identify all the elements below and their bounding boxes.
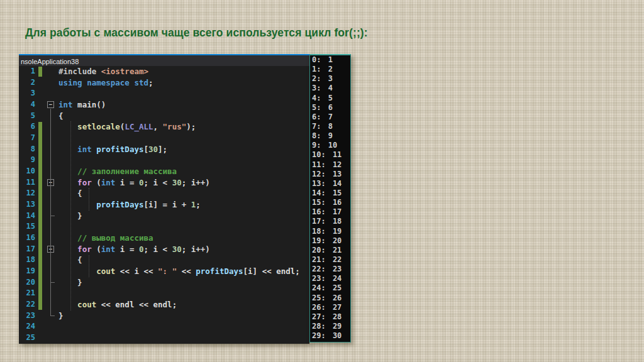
editor-code-area[interactable]: 1#include <iostream>2using namespace std… <box>19 66 309 344</box>
code-token: ; <box>148 78 153 87</box>
code-token: 30 <box>172 244 182 254</box>
console-line: 17: 18 <box>310 217 350 226</box>
code-token <box>58 200 96 209</box>
console-line: 13: 14 <box>310 179 350 189</box>
line-number: 25 <box>19 332 35 344</box>
code-token: ; i < <box>144 178 172 187</box>
code-line[interactable]: 17 for (int i = 0; i < 30; i++) <box>19 244 309 255</box>
code-line[interactable]: 7 <box>19 133 309 144</box>
code-line[interactable]: 13 profitDays[i] = i + 1; <box>19 199 309 211</box>
code-line[interactable]: 24 <box>19 321 309 332</box>
tab-console-application[interactable]: nsoleApplication38 <box>19 57 84 66</box>
line-number: 24 <box>19 321 35 332</box>
code-line[interactable]: 15 <box>19 221 309 233</box>
code-line[interactable]: 11 for (int i = 0; i < 30; i++) <box>19 177 309 189</box>
code-token <box>58 300 77 309</box>
code-line[interactable]: 20 } <box>19 277 309 288</box>
fold-guide-line <box>50 187 51 216</box>
code-token: // заполнение массива <box>77 167 177 176</box>
console-line: 22: 23 <box>310 265 350 274</box>
code-line[interactable]: 19 cout << i << ": " << profitDays[i] <<… <box>19 266 309 277</box>
code-line[interactable]: 2using namespace std; <box>19 77 309 89</box>
line-number: 19 <box>19 266 35 277</box>
indent-guide <box>89 255 89 277</box>
console-line: 1: 2 <box>310 65 350 74</box>
fold-collapse-icon[interactable]: − <box>47 101 54 108</box>
code-token: cout <box>77 300 96 309</box>
code-token: profitDays <box>96 145 143 154</box>
code-line[interactable]: 5{ <box>19 111 309 122</box>
line-number: 15 <box>19 221 35 233</box>
code-token: ]; <box>158 145 167 154</box>
code-token <box>58 122 77 131</box>
console-line: 26: 27 <box>310 303 350 312</box>
code-token: for <box>77 178 92 187</box>
line-number: 10 <box>19 166 35 177</box>
code-line[interactable]: 9 <box>19 155 309 166</box>
console-line: 29: 30 <box>310 331 350 341</box>
code-text: cout << i << ": " << profitDays[i] << en… <box>58 266 300 277</box>
code-token: i = <box>115 244 139 254</box>
code-token: i = <box>115 178 139 187</box>
line-number: 2 <box>19 77 35 89</box>
indent-guide <box>89 188 89 210</box>
code-token: , <box>153 122 163 131</box>
line-number: 7 <box>19 133 35 144</box>
console-line: 4: 5 <box>310 94 350 103</box>
code-token: int <box>101 178 116 187</box>
console-output-window[interactable]: 0: 11: 22: 33: 44: 55: 66: 77: 88: 99: 1… <box>309 54 351 343</box>
line-number: 1 <box>19 66 35 77</box>
code-token: 30 <box>148 145 158 154</box>
code-line[interactable]: 14 } <box>19 211 309 222</box>
console-line: 10: 11 <box>310 150 350 160</box>
code-editor-window[interactable]: nsoleApplication38 1#include <iostream>2… <box>19 54 309 344</box>
console-line: 5: 6 <box>310 103 350 112</box>
code-text: #include <iostream> <box>58 66 148 77</box>
code-line[interactable]: 10 // заполнение массива <box>19 166 309 177</box>
code-token: } <box>58 311 64 321</box>
code-line[interactable]: 18 { <box>19 255 309 266</box>
code-text: for (int i = 0; i < 30; i++) <box>58 177 210 189</box>
console-line: 11: 12 <box>310 160 350 170</box>
console-line: 12: 13 <box>310 170 350 179</box>
console-line: 16: 17 <box>310 207 350 217</box>
code-token <box>58 244 77 254</box>
code-line[interactable]: 23} <box>19 310 309 322</box>
code-token: for <box>77 244 92 254</box>
console-line: 25: 26 <box>310 293 350 303</box>
line-number: 6 <box>19 121 35 133</box>
line-number: 18 <box>19 255 35 266</box>
code-line[interactable]: 8 int profitDays[30]; <box>19 144 309 155</box>
code-token: 0 <box>139 244 144 254</box>
code-line[interactable]: 4int main() <box>19 99 309 111</box>
code-token: "rus" <box>163 122 187 131</box>
code-token <box>58 167 77 176</box>
code-line[interactable]: 12 { <box>19 188 309 199</box>
code-text: profitDays[i] = i + 1; <box>58 199 201 211</box>
console-line: 2: 3 <box>310 74 350 84</box>
console-line: 3: 4 <box>310 84 350 93</box>
code-token: <iostream> <box>101 67 148 76</box>
line-number: 5 <box>19 111 35 122</box>
code-line[interactable]: 22 cout << endl << endl; <box>19 299 309 310</box>
code-line[interactable]: 16 // вывод массива <box>19 233 309 244</box>
fold-guide-line <box>50 253 51 282</box>
code-token: ( <box>92 178 101 187</box>
line-number: 23 <box>19 310 35 322</box>
line-number: 13 <box>19 199 35 211</box>
code-text: int profitDays[30]; <box>58 144 167 155</box>
code-line[interactable]: 6 setlocale(LC_ALL, "rus"); <box>19 121 309 133</box>
code-text: { <box>58 111 64 122</box>
code-line[interactable]: 25 <box>19 332 309 344</box>
fold-guide-tick <box>50 315 55 316</box>
console-line: 15: 16 <box>310 198 350 207</box>
code-token: // вывод массива <box>77 233 153 243</box>
code-line[interactable]: 1#include <iostream> <box>19 66 309 77</box>
change-tracking-bar <box>38 67 42 77</box>
console-line: 28: 29 <box>310 322 350 331</box>
line-number: 22 <box>19 299 35 310</box>
console-line: 23: 24 <box>310 274 350 283</box>
code-token: LC_ALL <box>125 122 153 131</box>
code-line[interactable]: 21 <box>19 288 309 299</box>
code-line[interactable]: 3 <box>19 88 309 99</box>
